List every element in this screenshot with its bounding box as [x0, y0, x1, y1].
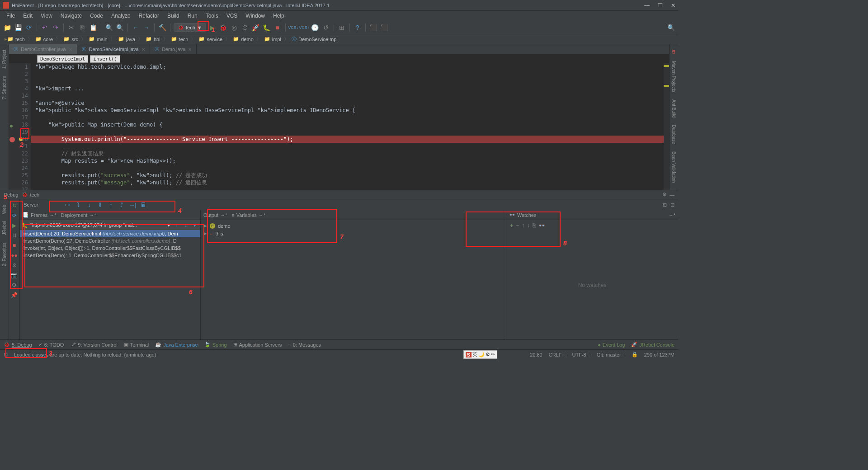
frame-item[interactable]: insertDemo(Demo):-1, DemoController$$Enh… — [20, 252, 200, 259]
vcs-update-icon[interactable]: VCS↓ — [289, 23, 298, 32]
web-tool-tab[interactable]: Web — [1, 201, 8, 217]
frame-item[interactable]: insert(Demo):20, DemoServiceImpl (hbi.te… — [20, 230, 200, 237]
menu-file[interactable]: File — [3, 12, 19, 20]
nav-core[interactable]: 📁core — [33, 36, 55, 42]
menu-vcs[interactable]: VCS — [223, 12, 241, 20]
forward-icon[interactable]: → — [142, 23, 151, 32]
frame-item[interactable]: invoke(int, Object, Object[]):-1, DemoCo… — [20, 244, 200, 252]
variables-tab[interactable]: ≡ Variables →* — [231, 212, 265, 218]
menu-help[interactable]: Help — [269, 12, 288, 20]
menu-window[interactable]: Window — [242, 12, 269, 20]
stop-icon[interactable]: ■ — [273, 23, 282, 32]
history-icon[interactable]: 🕐 — [311, 23, 320, 32]
bottom-debug[interactable]: 🐞5: Debug — [4, 342, 32, 348]
debug-settings-icon[interactable]: ⚙ — [662, 192, 667, 197]
show-exec-point-icon[interactable]: ↦ — [63, 201, 71, 209]
crumb-class[interactable]: DemoServiceImpl — [37, 55, 88, 63]
cut-icon[interactable]: ✂ — [67, 23, 76, 32]
menu-code[interactable]: Code — [86, 12, 107, 20]
menu-edit[interactable]: Edit — [19, 12, 36, 20]
pin-icon[interactable]: 📌 — [11, 291, 18, 299]
status-line-ending[interactable]: CRLF ÷ — [549, 352, 566, 357]
breakpoints-icon[interactable]: ●● — [11, 252, 18, 259]
restore-layout-icon[interactable]: ⊡ — [670, 202, 675, 208]
watch-down-icon[interactable]: ↓ — [527, 222, 530, 229]
back-icon[interactable]: ← — [131, 23, 140, 32]
redo-icon[interactable]: ↷ — [51, 23, 60, 32]
add-watch-icon[interactable]: + — [510, 222, 513, 229]
next-frame-icon[interactable]: ↓ — [182, 222, 189, 228]
jrebel-icon[interactable]: ⬛ — [369, 23, 378, 32]
debug-icon[interactable]: 🐞 — [219, 23, 228, 32]
update-icon[interactable]: ⟳ — [11, 212, 18, 219]
variable-item[interactable]: ▸ P demo — [204, 222, 502, 230]
bottom-jrebel[interactable]: 🚀 JRebel Console — [631, 342, 675, 348]
tab-democontroller[interactable]: Ⓒ DemoController.java ✕ — [9, 44, 77, 54]
open-icon[interactable]: 📁 — [3, 23, 12, 32]
editor-minimap[interactable] — [664, 63, 669, 190]
bottom-vcs[interactable]: ⎇ 9: Version Control — [70, 342, 117, 348]
xrebel-icon[interactable]: ⬛ — [380, 23, 389, 32]
status-lock-icon[interactable]: 🔒 — [632, 352, 638, 357]
build-icon[interactable]: 🔨 — [158, 23, 167, 32]
jrebel-debug-icon[interactable]: 🐛 — [262, 23, 271, 32]
stop-debug-icon[interactable]: ■ — [11, 242, 18, 249]
resume-icon[interactable]: ▶ — [11, 222, 18, 229]
save-icon[interactable]: 💾 — [14, 23, 23, 32]
find-icon[interactable]: 🔍 — [104, 23, 113, 32]
bean-validation-tab[interactable]: Bean Validation — [670, 148, 677, 186]
jrebel-tool-tab[interactable]: JRebel — [1, 217, 8, 239]
tab-demo[interactable]: Ⓒ Demo.java ✕ — [150, 44, 197, 54]
nav-tech[interactable]: ▸📁tech — [3, 36, 27, 42]
ime-indicator[interactable]: S 英 🌙⚙✏ — [463, 350, 497, 359]
close-icon[interactable]: ✕ — [188, 47, 192, 52]
status-position[interactable]: 20:80 — [530, 352, 542, 357]
project-tool-tab[interactable]: 1: Project — [1, 46, 8, 72]
nav-hbi[interactable]: 📁hbi — [144, 36, 162, 42]
tab-demoserviceimpl[interactable]: Ⓒ DemoServiceImpl.java ✕ — [77, 44, 150, 54]
dump-icon[interactable]: 📷 — [11, 272, 18, 279]
pause-icon[interactable]: ⏸ — [11, 232, 18, 239]
settings-debug-icon[interactable]: ⚙ — [11, 282, 18, 289]
status-encoding[interactable]: UTF-8 ÷ — [572, 352, 590, 357]
code-editor[interactable]: 12341415161718●192021222324252627 "kw">p… — [9, 63, 669, 190]
variable-item[interactable]: ▸ ≡ this — [204, 230, 502, 237]
filter-frames-icon[interactable]: ▼ — [191, 222, 198, 228]
maven-tool-tab[interactable]: m — [670, 46, 677, 57]
output-tab[interactable]: Output →* — [203, 212, 227, 218]
frame-item[interactable]: insertDemo(Demo):27, DemoController (hbi… — [20, 237, 200, 244]
rerun-icon[interactable]: ↻ — [11, 202, 18, 209]
bottom-eventlog[interactable]: ● Event Log — [598, 342, 625, 348]
nav-src[interactable]: 📁src — [61, 36, 80, 42]
vcs-commit-icon[interactable]: VCS↑ — [300, 23, 309, 32]
remove-watch-icon[interactable]: − — [516, 222, 519, 229]
profiler-icon[interactable]: ⏱ — [241, 23, 250, 32]
undo-icon[interactable]: ↶ — [40, 23, 49, 32]
frames-tab[interactable]: 📑 Frames →* — [23, 212, 57, 218]
close-icon[interactable]: ✕ — [69, 47, 72, 52]
coverage-icon[interactable]: ◎ — [230, 23, 239, 32]
layout-icon[interactable]: ⊞ — [663, 202, 667, 208]
copy-icon[interactable]: ⎘ — [78, 23, 87, 32]
nav-demo[interactable]: 📁demo — [231, 36, 255, 42]
nav-class[interactable]: ⒸDemoServiceImpl — [290, 36, 340, 42]
deployment-tab[interactable]: Deployment →* — [61, 212, 96, 218]
maximize-button[interactable]: ❐ — [658, 2, 663, 9]
bottom-messages[interactable]: ≡ 0: Messages — [288, 342, 321, 348]
close-icon[interactable]: ✕ — [142, 47, 145, 52]
watch-up-icon[interactable]: ↑ — [522, 222, 524, 229]
watches-hide-icon[interactable]: →* — [669, 212, 675, 218]
step-into-icon[interactable]: ↓ — [85, 201, 93, 209]
structure-tool-tab[interactable]: 7: Structure — [1, 72, 8, 103]
step-out-icon[interactable]: ↑ — [107, 201, 115, 209]
menu-view[interactable]: View — [37, 12, 56, 20]
menu-analyze[interactable]: Analyze — [108, 12, 134, 20]
nav-tech2[interactable]: 📁tech — [169, 36, 190, 42]
drop-frame-icon[interactable]: ⤴ — [118, 201, 126, 209]
run-config-selector[interactable]: 🐞 tech ▼ — [174, 23, 206, 32]
ant-tool-tab[interactable]: Ant Build — [670, 96, 677, 121]
maven-tool-label[interactable]: Maven Projects — [670, 57, 677, 96]
nav-service[interactable]: 📁service — [197, 36, 224, 42]
show-watches-icon[interactable]: 👓 — [538, 222, 545, 229]
menu-build[interactable]: Build — [164, 12, 183, 20]
